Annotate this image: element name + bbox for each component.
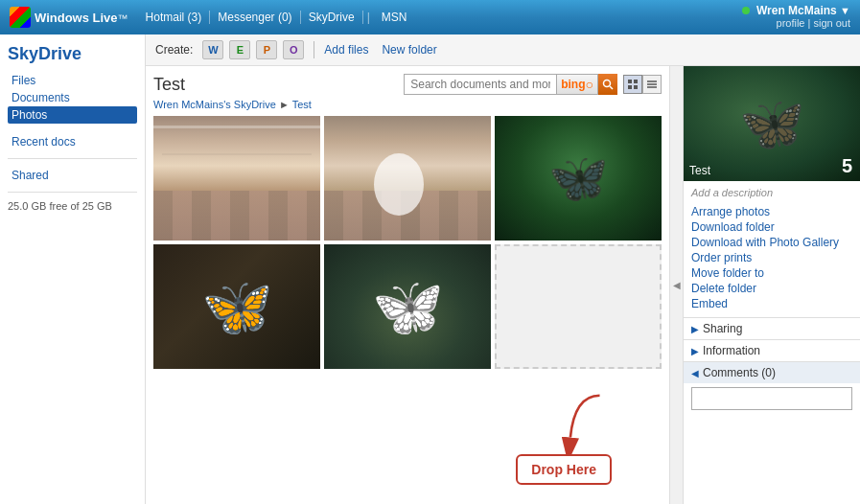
bing-text: bing — [561, 78, 585, 91]
order-prints-link[interactable]: Order prints — [691, 250, 852, 265]
arrange-photos-link[interactable]: Arrange photos — [691, 204, 852, 219]
svg-line-1 — [610, 86, 613, 89]
sharing-section-label: Sharing — [703, 322, 742, 335]
drop-arrow-icon — [554, 387, 612, 454]
butterfly-orange-visual — [153, 244, 320, 369]
embed-link[interactable]: Embed — [691, 296, 852, 311]
add-files-button[interactable]: Add files — [324, 43, 368, 57]
list-view-button[interactable] — [642, 75, 662, 94]
create-toolbar: Create: W E P O Add files New folder — [146, 34, 860, 66]
butterfly-white-visual — [324, 244, 491, 369]
nav-msn[interactable]: MSN — [374, 11, 415, 24]
user-name-line: Wren McMains ▼ — [742, 4, 850, 17]
dropdown-arrow[interactable]: ▼ — [840, 5, 850, 16]
nav-separator: | — [367, 11, 370, 24]
nav-messenger[interactable]: Messenger (0) — [210, 11, 300, 24]
search-input[interactable] — [404, 74, 557, 95]
new-folder-button[interactable]: New folder — [382, 43, 436, 57]
sidebar-item-files[interactable]: Files — [8, 72, 137, 89]
sidebar-item-documents[interactable]: Documents — [8, 89, 137, 106]
search-button[interactable] — [598, 74, 617, 95]
information-section-header[interactable]: ▶ Information — [684, 339, 860, 361]
content-area: Create: W E P O Add files New folder Tes… — [146, 34, 860, 504]
photo-classroom-1[interactable] — [153, 116, 320, 241]
comment-input[interactable] — [691, 387, 852, 410]
move-folder-link[interactable]: Move folder to — [691, 265, 852, 281]
online-indicator — [742, 7, 750, 14]
sidebar-divider — [8, 158, 137, 159]
download-gallery-link[interactable]: Download with Photo Gallery — [691, 235, 852, 250]
user-name: Wren McMains — [756, 4, 837, 17]
list-icon — [647, 80, 657, 89]
breadcrumb: Wren McMains's SkyDrive ► Test — [153, 99, 662, 110]
deco2 — [162, 153, 313, 155]
folder-header: Test bing ○ — [153, 74, 662, 95]
photo-butterfly-orange[interactable] — [153, 244, 320, 369]
file-list: Test bing ○ — [146, 66, 669, 504]
classroom-art-2 — [324, 116, 491, 241]
top-nav: Hotmail (3) Messenger (0) SkyDrive | MSN — [138, 11, 415, 24]
sidebar-item-recent-docs[interactable]: Recent docs — [8, 133, 137, 150]
create-label: Create: — [155, 43, 193, 57]
breadcrumb-arrow: ► — [279, 99, 292, 110]
download-folder-link[interactable]: Download folder — [691, 219, 852, 235]
breadcrumb-current[interactable]: Test — [292, 99, 312, 110]
svg-rect-5 — [634, 85, 638, 89]
photo-butterfly-white[interactable] — [324, 244, 491, 369]
search-bar: bing ○ — [404, 74, 662, 95]
sidebar-item-shared[interactable]: Shared — [8, 167, 137, 184]
drop-here-label: Drop Here — [531, 462, 596, 477]
nav-skydrive[interactable]: SkyDrive — [301, 11, 363, 24]
folder-thumbnail: 🦋 Test 5 — [684, 66, 860, 181]
photo-empty — [495, 244, 662, 369]
view-toggle — [623, 75, 662, 94]
bing-dot: ○ — [586, 77, 593, 92]
grid-icon — [628, 80, 638, 89]
create-word-icon[interactable]: W — [202, 40, 223, 59]
profile-link[interactable]: profile — [777, 17, 805, 29]
sidebar-title: SkyDrive — [8, 44, 137, 64]
sidebar-item-photos[interactable]: Photos — [8, 106, 137, 124]
create-excel-icon[interactable]: E — [229, 40, 250, 59]
user-links: profile | sign out — [742, 17, 850, 29]
user-section: Wren McMains ▼ profile | sign out — [742, 4, 850, 29]
deco3 — [374, 153, 424, 216]
comments-section-header[interactable]: ◀ Comments (0) — [684, 361, 860, 383]
signout-link[interactable]: sign out — [813, 17, 850, 29]
panel-expand-button[interactable]: ◀ — [669, 66, 683, 504]
windows-live-logo: Windows Live™ — [10, 7, 128, 28]
panel-add-description[interactable]: Add a description — [691, 187, 852, 198]
sharing-arrow-icon: ▶ — [691, 324, 699, 334]
information-arrow-icon: ▶ — [691, 346, 699, 356]
file-browser: Test bing ○ — [146, 66, 860, 504]
photo-butterfly-dark[interactable] — [495, 116, 662, 241]
comments-arrow-icon: ◀ — [691, 368, 699, 378]
create-ppt-icon[interactable]: P — [256, 40, 277, 59]
delete-folder-link[interactable]: Delete folder — [691, 281, 852, 296]
panel-links-section: Add a description Arrange photos Downloa… — [684, 181, 860, 317]
svg-point-0 — [604, 80, 611, 87]
grid-view-button[interactable] — [623, 75, 642, 94]
photo-classroom-2[interactable] — [324, 116, 491, 241]
sidebar-divider2 — [8, 192, 137, 193]
drop-here-box: Drop Here — [516, 454, 612, 485]
comments-input-section — [684, 383, 860, 414]
logo-text: Windows Live™ — [35, 11, 128, 25]
nav-hotmail[interactable]: Hotmail (3) — [138, 11, 211, 24]
drop-here-overlay: Drop Here — [516, 387, 612, 485]
sidebar-recent-section: Recent docs — [8, 133, 137, 150]
right-panel: 🦋 Test 5 Add a description Arrange photo… — [683, 66, 860, 504]
search-icon — [602, 79, 614, 90]
deco — [153, 126, 320, 128]
panel-folder-name: Test — [689, 164, 710, 177]
photo-grid — [153, 116, 662, 369]
main-layout: SkyDrive Files Documents Photos Recent d… — [0, 34, 860, 504]
create-onenote-icon[interactable]: O — [283, 40, 304, 59]
breadcrumb-home[interactable]: Wren McMains's SkyDrive — [153, 99, 276, 110]
svg-rect-2 — [628, 80, 632, 83]
topbar: Windows Live™ Hotmail (3) Messenger (0) … — [0, 0, 860, 34]
svg-rect-4 — [628, 85, 632, 89]
logo-icon — [10, 7, 31, 28]
information-section-label: Information — [703, 344, 760, 357]
sharing-section-header[interactable]: ▶ Sharing — [684, 317, 860, 339]
